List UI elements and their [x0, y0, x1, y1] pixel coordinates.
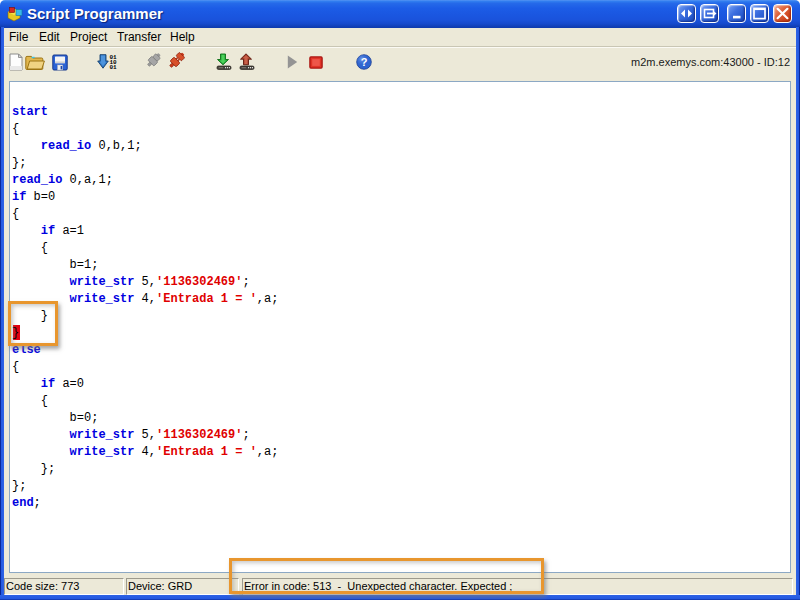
svg-text:?: ? — [361, 56, 368, 68]
